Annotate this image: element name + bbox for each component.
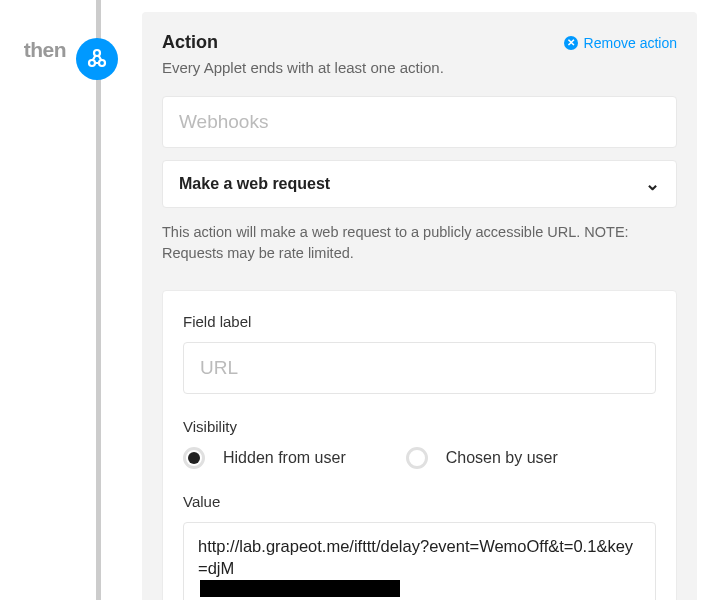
card-header: Action ✕ Remove action: [162, 32, 677, 53]
svg-point-1: [99, 60, 105, 66]
value-input[interactable]: http://lab.grapeot.me/ifttt/delay?event=…: [183, 522, 656, 600]
radio-icon: [183, 447, 205, 469]
visibility-title: Visibility: [183, 418, 656, 435]
visibility-hidden-label: Hidden from user: [223, 449, 346, 467]
remove-action-link[interactable]: ✕ Remove action: [564, 35, 677, 51]
value-text: http://lab.grapeot.me/ifttt/delay?event=…: [198, 535, 641, 580]
svg-point-0: [89, 60, 95, 66]
field-label-title: Field label: [183, 313, 656, 330]
action-type-label: Make a web request: [179, 175, 330, 193]
timeline-line: [96, 0, 101, 600]
close-icon: ✕: [564, 36, 578, 50]
radio-icon: [406, 447, 428, 469]
remove-action-label: Remove action: [584, 35, 677, 51]
chevron-down-icon: ⌄: [645, 173, 660, 195]
field-config-card: Field label URL Visibility Hidden from u…: [162, 290, 677, 600]
action-type-dropdown[interactable]: Make a web request ⌄: [162, 160, 677, 208]
then-label: then: [24, 38, 66, 62]
visibility-options: Hidden from user Chosen by user: [183, 447, 656, 469]
app-root: then Action ✕ Remove action Every Applet…: [0, 0, 715, 600]
value-title: Value: [183, 493, 656, 510]
action-card: Action ✕ Remove action Every Applet ends…: [142, 12, 697, 600]
svg-point-2: [94, 50, 100, 56]
webhooks-icon: [76, 38, 118, 80]
redacted-block: [200, 580, 400, 597]
action-subtitle: Every Applet ends with at least one acti…: [162, 59, 677, 76]
field-label-input[interactable]: URL: [183, 342, 656, 394]
visibility-chosen-radio[interactable]: Chosen by user: [406, 447, 558, 469]
timeline-column: then: [0, 0, 130, 600]
action-description: This action will make a web request to a…: [162, 222, 677, 264]
visibility-chosen-label: Chosen by user: [446, 449, 558, 467]
main-column: Action ✕ Remove action Every Applet ends…: [130, 0, 715, 600]
visibility-hidden-radio[interactable]: Hidden from user: [183, 447, 346, 469]
action-title: Action: [162, 32, 218, 53]
service-select[interactable]: Webhooks: [162, 96, 677, 148]
